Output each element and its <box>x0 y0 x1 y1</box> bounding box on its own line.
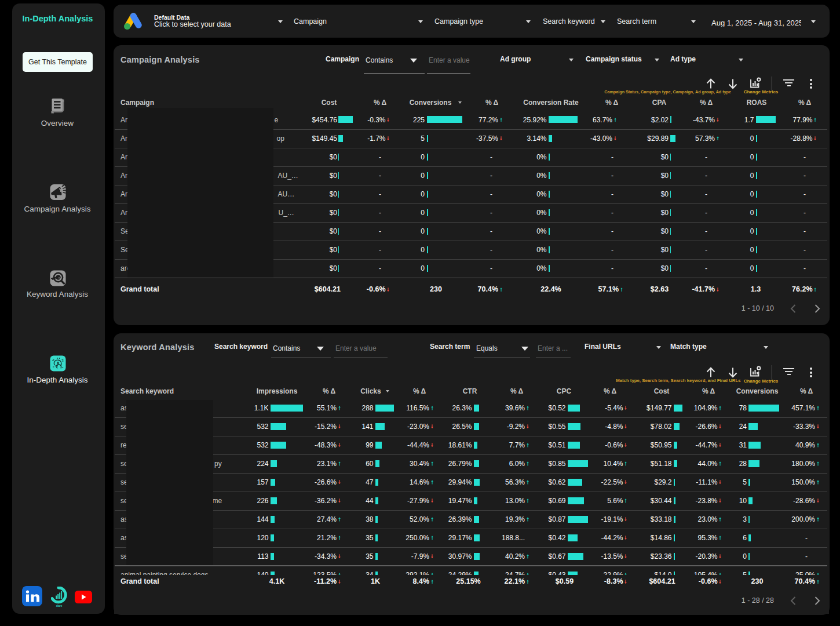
svg-text:clare: clare <box>56 605 63 607</box>
